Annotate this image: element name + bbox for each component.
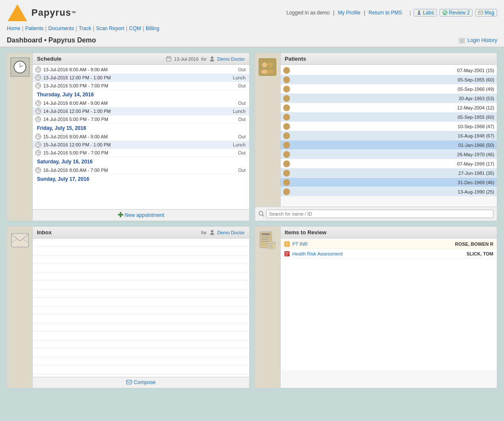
clock-icon (35, 150, 41, 156)
schedule-status: Out (229, 134, 246, 139)
clock-icon (35, 67, 41, 73)
schedule-item[interactable]: 13-Jul-2016 8:00 AM - 9:00 AM Out (33, 66, 249, 74)
logged-in-text: Logged in as demo (286, 10, 329, 16)
schedule-item[interactable]: 13-Jul-2016 5:00 PM - 7:00 PM Out (33, 82, 249, 90)
schedule-item[interactable]: 14-Jul-2016 5:00 PM - 7:00 PM Out (33, 115, 249, 123)
schedule-body[interactable]: 13-Jul-2016 8:00 AM - 9:00 AM Out 13-Jul… (33, 65, 249, 209)
patient-avatar (283, 76, 290, 83)
review-button[interactable]: Review 2 (439, 9, 473, 17)
patient-dob: 27-Jun-1981 (35) (459, 171, 494, 176)
patient-avatar (283, 151, 290, 158)
schedule-time: 14-Jul-2016 12:00 PM - 1:00 PM (43, 109, 229, 114)
schedule-item[interactable]: 14-Jul-2016 8:00 AM - 9:00 AM Out (33, 99, 249, 107)
nav-home[interactable]: Home (7, 25, 20, 31)
patient-row[interactable]: 07-May-1999 (17) (281, 159, 497, 168)
svg-rect-97 (268, 247, 273, 247)
schedule-item[interactable]: 13-Jul-2016 12:00 PM - 1:00 PM Lunch (33, 74, 249, 82)
person-icon-inbox (209, 230, 215, 235)
schedule-item[interactable]: 15-Jul-2016 12:00 PM - 1:00 PM Lunch (33, 141, 249, 149)
svg-point-77 (285, 192, 288, 194)
schedule-doctor[interactable]: Demo Doctor (217, 56, 245, 62)
patient-row[interactable]: 27-Jun-1981 (35) (281, 168, 497, 178)
schedule-item[interactable]: 15-Jul-2016 8:00 AM - 9:00 AM Out (33, 133, 249, 141)
patient-avatar (283, 95, 290, 102)
nav-scan-report[interactable]: Scan Report (96, 25, 124, 31)
patient-row[interactable]: 10-Sep-1968 (47) (281, 122, 497, 131)
login-history-button[interactable]: Login History (459, 37, 497, 43)
inbox-panel: Inbox for Demo Doctor Compose (7, 226, 250, 388)
patient-row[interactable]: 12-May-2004 (12) (281, 103, 497, 112)
inbox-doctor[interactable]: Demo Doctor (217, 230, 245, 235)
review-item-patient: ROSE, BOWEN R (455, 241, 493, 247)
patients-title: Patients (285, 56, 307, 62)
svg-point-73 (285, 174, 288, 176)
patient-row[interactable]: 07-May-2001 (15) (281, 66, 497, 75)
svg-point-65 (285, 136, 288, 138)
list-icon (459, 38, 465, 43)
schedule-status: Out (229, 83, 246, 88)
schedule-item[interactable]: 15-Jul-2016 5:00 PM - 7:00 PM Out (33, 149, 249, 157)
inbox-footer: Compose (33, 377, 249, 388)
nav-documents[interactable]: Documents (48, 25, 74, 31)
schedule-status: Lunch (229, 109, 246, 114)
my-profile-link[interactable]: My Profile (338, 10, 360, 16)
patient-dob: 07-May-2001 (15) (457, 68, 494, 73)
clock-icon (35, 75, 41, 81)
patient-avatar (283, 123, 290, 130)
schedule-time: 13-Jul-2016 5:00 PM - 7:00 PM (43, 83, 229, 88)
review-item-label[interactable]: Health Risk Assessment (293, 251, 467, 256)
inbox-body[interactable] (33, 239, 249, 377)
patient-row[interactable]: 05-Sep-1966 (49) (281, 84, 497, 94)
patient-dob: 01-Jan-1966 (50) (459, 143, 494, 148)
svg-point-56 (285, 96, 287, 98)
review-item[interactable]: PT INR ROSE, BOWEN R (281, 239, 497, 249)
compose-button[interactable]: Compose (126, 379, 155, 385)
svg-point-53 (285, 80, 288, 82)
patient-row[interactable]: 13-Aug-1990 (25) (281, 187, 497, 196)
patients-search-input[interactable] (266, 210, 494, 218)
logo-area: Papyrus ™ (7, 3, 76, 22)
schedule-status: Out (229, 117, 246, 122)
return-pms-link[interactable]: Return to PMS (369, 10, 402, 16)
clock-icon (35, 100, 41, 106)
patients-icon-area (255, 53, 281, 207)
review-item[interactable]: Health Risk Assessment SLICK, TOM (281, 249, 497, 259)
clock-icon (35, 108, 41, 114)
nav-track[interactable]: Track (79, 25, 91, 31)
schedule-content: Schedule 13-Jul-2016 for Demo Doctor (33, 53, 249, 221)
svg-rect-82 (11, 233, 28, 247)
patient-row[interactable]: 16-Aug-1948 (67) (281, 131, 497, 140)
separator2: | (364, 10, 365, 16)
nav-billing[interactable]: Billing (146, 25, 159, 31)
patient-row[interactable]: 20-Apr-1963 (53) (281, 94, 497, 103)
patient-dob: 10-Sep-1968 (47) (458, 124, 494, 129)
svg-point-74 (285, 180, 287, 182)
clock-icon (35, 134, 41, 140)
schedule-for: for (201, 56, 207, 62)
schedule-meta: 13-Jul-2016 for Demo Doctor (166, 56, 245, 62)
schedule-header: Schedule 13-Jul-2016 for Demo Doctor (33, 53, 249, 65)
review-body[interactable]: PT INR ROSE, BOWEN R Health Risk Assessm… (281, 239, 497, 370)
patient-row[interactable]: 01-Jan-1966 (50) (281, 140, 497, 150)
patient-dob: 05-Sep-1955 (60) (458, 77, 494, 82)
nav-patients[interactable]: Patients (25, 25, 43, 31)
separator: | (333, 10, 335, 16)
msg-button[interactable]: Msg (475, 9, 497, 17)
patient-row[interactable]: 05-Sep-1955 (60) (281, 112, 497, 122)
svg-point-49 (267, 70, 274, 74)
patient-row[interactable]: 31-Dec-1969 (46) (281, 178, 497, 187)
schedule-item[interactable]: 16-Jul-2016 8:00 AM - 7:00 PM Out (33, 166, 249, 174)
patients-body[interactable]: 07-May-2001 (15) 05-Sep-1955 (60) 05-Sep… (281, 65, 497, 196)
svg-point-75 (285, 183, 288, 185)
new-appointment-button[interactable]: ✚ New appointment (118, 212, 164, 219)
svg-rect-45 (259, 58, 276, 76)
patient-avatar (283, 132, 290, 139)
nav-cqm[interactable]: CQM (129, 25, 141, 31)
schedule-item[interactable]: 14-Jul-2016 12:00 PM - 1:00 PM Lunch (33, 107, 249, 115)
patient-row[interactable]: 26-May-1970 (46) (281, 150, 497, 159)
review-item-label[interactable]: PT INR (293, 241, 455, 247)
nav-bar: Home | Patients | Documents | Track | Sc… (0, 24, 504, 34)
svg-rect-95 (268, 243, 274, 244)
patient-row[interactable]: 05-Sep-1955 (60) (281, 75, 497, 84)
labs-button[interactable]: Labs (414, 9, 437, 17)
